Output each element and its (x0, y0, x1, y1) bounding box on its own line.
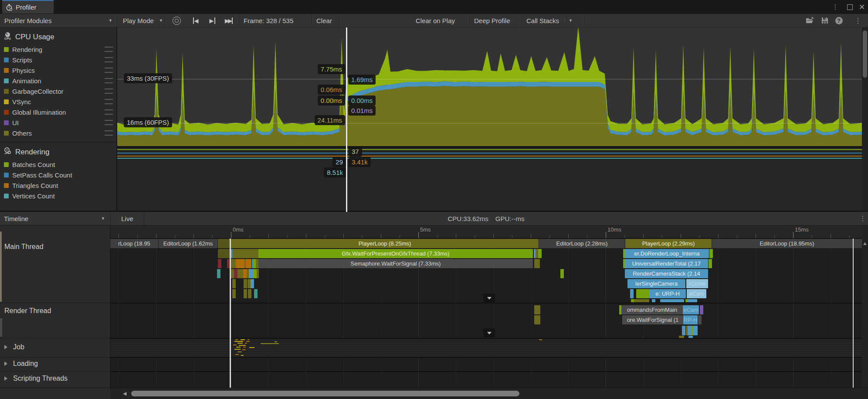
timeline-bar[interactable] (536, 259, 540, 268)
timeline-bar[interactable] (700, 305, 703, 314)
legend-item-others[interactable]: Others (0, 128, 116, 138)
legend-item-setpass-calls-count[interactable]: SetPass Calls Count (0, 170, 116, 180)
timeline-bar[interactable] (660, 299, 684, 302)
legend-item-rendering[interactable]: Rendering (0, 44, 116, 55)
timeline-bar[interactable] (232, 289, 236, 298)
toolbar-menu-icon[interactable]: ⋮ (851, 14, 865, 27)
timeline-bar-semaphore-waitforsignal-7-33ms-[interactable]: Semaphore.WaitForSignal (7.33ms) (258, 259, 533, 268)
timeline-bar[interactable] (634, 299, 649, 302)
record-button[interactable] (169, 14, 184, 27)
next-frame-button[interactable]: ▶ (205, 14, 220, 27)
drag-handle-icon[interactable] (105, 68, 113, 73)
drag-handle-icon[interactable] (105, 89, 113, 94)
timeline-bar-editorloop-18-95ms-[interactable]: EditorLoop (18.95ms) (712, 239, 862, 248)
timeline-bar-universalrendertotal-2-17[interactable]: UniversalRenderTotal (2.17 (625, 259, 708, 268)
timeline-bar[interactable] (218, 259, 221, 268)
drag-handle-icon[interactable] (105, 120, 113, 125)
timeline-bar[interactable] (537, 315, 540, 324)
timeline-bar-gfx-waitforpresentongfxthread-7-33ms-[interactable]: Gfx.WaitForPresentOnGfxThread (7.33ms) (258, 249, 533, 258)
timeline-bar-ore-waitforsignal-1[interactable]: ore.WaitForSignal (1 (622, 315, 683, 324)
drag-handle-icon[interactable] (105, 57, 113, 62)
hscrollbar-thumb[interactable] (131, 391, 519, 396)
timeline-bar[interactable] (630, 289, 634, 298)
timeline-bar[interactable] (244, 279, 247, 288)
current-frame-button[interactable]: ▶▶ (221, 14, 236, 27)
timeline-bar[interactable] (688, 299, 697, 302)
charts-scrollbar[interactable] (862, 27, 868, 211)
load-profile-icon[interactable] (803, 14, 817, 27)
timeline-bar[interactable] (236, 259, 244, 268)
window-menu-icon[interactable]: ⋮ (830, 2, 841, 12)
timeline-bar-rloop-18-95[interactable]: rLoop (18.95 (110, 239, 158, 248)
charts-scrollbar-thumb[interactable] (863, 31, 867, 78)
timeline-bar[interactable] (246, 259, 251, 268)
timeline-bar[interactable] (636, 289, 649, 298)
timeline-bar-rconte[interactable]: rConte (686, 279, 708, 288)
timeline-bar-e-urp-h[interactable]: e: URP-H (649, 289, 686, 298)
timeline-view-dropdown[interactable]: Timeline ▼ (0, 212, 111, 225)
legend-item-garbagecollector[interactable]: GarbageCollector (0, 86, 116, 96)
timeline-bar-rp-h[interactable]: RP-H (683, 315, 698, 324)
timeline-bar[interactable] (688, 336, 693, 338)
timeline-bar-lersinglecamera[interactable]: lerSingleCamera (627, 279, 685, 288)
legend-item-global-illumination[interactable]: Global Illumination (0, 107, 116, 117)
timeline-bar-er-dorenderloop-interna[interactable]: er.DoRenderLoop_Interna (625, 249, 709, 258)
maximize-icon[interactable] (844, 2, 855, 12)
clear-button[interactable]: Clear (312, 14, 339, 27)
timeline-bar[interactable] (698, 315, 702, 324)
timeline-bar[interactable] (243, 269, 247, 278)
expand-rows-button[interactable] (483, 293, 495, 303)
legend-item-scripts[interactable]: Scripts (0, 55, 116, 65)
timeline-bar[interactable] (218, 239, 231, 248)
legend-item-vsync[interactable]: VSync (0, 96, 116, 107)
thread-row-scripting-threads[interactable]: Scripting Threads (0, 375, 110, 382)
drag-handle-icon[interactable] (105, 109, 113, 115)
timeline-track-area[interactable]: rLoop (18.95EditorLoop (1.62msPlayerLoop… (110, 239, 862, 388)
legend-item-animation[interactable]: Animation (0, 75, 116, 86)
foldout-arrow-icon[interactable] (4, 376, 10, 381)
timeline-bar[interactable] (693, 326, 698, 335)
left-edge-scroll-thumb[interactable] (0, 318, 2, 337)
timeline-bar-rendercamerastack-2-14[interactable]: RenderCameraStack (2.14 (625, 269, 708, 278)
timeline-bar-editorloop-1-62ms[interactable]: EditorLoop (1.62ms (159, 239, 217, 248)
timeline-menu-icon[interactable]: ⋮ (858, 212, 868, 225)
help-icon[interactable]: ? (831, 14, 846, 27)
timeline-bar[interactable] (537, 305, 540, 314)
live-button[interactable]: Live (111, 212, 144, 225)
foldout-arrow-icon[interactable] (4, 361, 10, 366)
timeline-bar-playerloop-2-29ms-[interactable]: PlayerLoop (2.29ms) (625, 239, 712, 248)
clear-on-play-button[interactable]: Clear on Play (411, 14, 470, 27)
timeline-bar[interactable] (652, 299, 655, 302)
save-profile-icon[interactable] (817, 14, 832, 27)
timeline-bar[interactable] (254, 289, 258, 298)
drag-handle-icon[interactable] (105, 78, 113, 83)
timeline-scrollbar[interactable] (862, 225, 868, 388)
scroll-left-icon[interactable]: ◀ (123, 391, 126, 396)
timeline-bar[interactable] (709, 259, 712, 268)
legend-item-physics[interactable]: Physics (0, 65, 116, 75)
timeline-bar[interactable] (217, 269, 220, 278)
close-icon[interactable]: ✕ (857, 2, 867, 12)
timeline-bar[interactable] (538, 249, 542, 258)
timeline-bar[interactable] (251, 279, 254, 288)
legend-item-batches-count[interactable]: Batches Count (0, 159, 116, 170)
timeline-bar[interactable] (560, 269, 564, 278)
timeline-bar[interactable] (248, 289, 251, 298)
expand-rows-button[interactable] (483, 328, 495, 338)
legend-item-triangles-count[interactable]: Triangles Count (0, 180, 116, 191)
cpu-usage-chart[interactable] (117, 27, 862, 146)
thread-row-loading[interactable]: Loading (0, 360, 110, 368)
timeline-ruler[interactable]: 0ms5ms10ms15ms (110, 225, 862, 239)
timeline-bar[interactable] (244, 289, 247, 298)
call-stacks-dropdown[interactable]: Call Stacks ▼ (522, 14, 585, 27)
deep-profile-button[interactable]: Deep Profile (470, 14, 522, 27)
drag-handle-icon[interactable] (105, 99, 113, 104)
timeline-bar-playerloop-8-25ms-[interactable]: PlayerLoop (8.25ms) (231, 239, 539, 248)
drag-handle-icon[interactable] (105, 130, 113, 136)
timeline-bar[interactable] (234, 269, 237, 278)
tab-profiler[interactable]: Profiler (2, 0, 54, 14)
timeline-bar[interactable] (231, 259, 236, 268)
play-mode-dropdown[interactable]: Play Mode ▼ (119, 14, 165, 27)
legend-item-vertices-count[interactable]: Vertices Count (0, 191, 116, 201)
frame-selection-line[interactable] (346, 27, 347, 212)
